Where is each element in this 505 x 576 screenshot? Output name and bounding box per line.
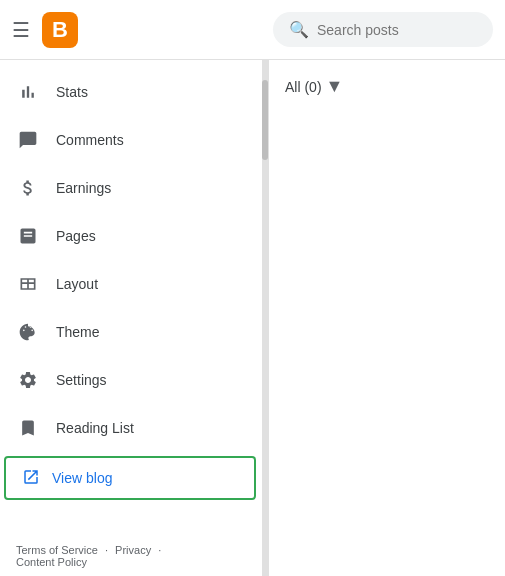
sidebar: Stats Comments Earnings [0, 60, 268, 576]
filter-label: All (0) [285, 79, 322, 95]
separator-1: · [105, 544, 108, 556]
sidebar-item-layout[interactable]: Layout [0, 260, 256, 308]
sidebar-item-stats[interactable]: Stats [0, 68, 256, 116]
sidebar-item-theme-label: Theme [56, 324, 100, 340]
dropdown-icon[interactable]: ▼ [326, 76, 344, 97]
sidebar-item-reading-list-label: Reading List [56, 420, 134, 436]
terms-link[interactable]: Terms of Service [16, 544, 98, 556]
sidebar-item-comments[interactable]: Comments [0, 116, 256, 164]
main-layout: Stats Comments Earnings [0, 60, 505, 576]
search-bar: 🔍 [273, 12, 493, 47]
hamburger-icon[interactable]: ☰ [12, 18, 30, 42]
settings-icon [16, 368, 40, 392]
earnings-icon [16, 176, 40, 200]
sidebar-item-pages-label: Pages [56, 228, 96, 244]
comments-icon [16, 128, 40, 152]
sidebar-item-earnings[interactable]: Earnings [0, 164, 256, 212]
external-link-icon [22, 468, 42, 488]
content-policy-link[interactable]: Content Policy [16, 556, 87, 568]
sidebar-item-stats-label: Stats [56, 84, 88, 100]
sidebar-item-comments-label: Comments [56, 132, 124, 148]
sidebar-item-reading-list[interactable]: Reading List [0, 404, 256, 452]
sidebar-item-layout-label: Layout [56, 276, 98, 292]
sidebar-item-theme[interactable]: Theme [0, 308, 256, 356]
footer-links: Terms of Service · Privacy · Content Pol… [0, 536, 268, 576]
sidebar-item-pages[interactable]: Pages [0, 212, 256, 260]
sidebar-item-settings[interactable]: Settings [0, 356, 256, 404]
theme-icon [16, 320, 40, 344]
header: ☰ B 🔍 [0, 0, 505, 60]
privacy-link[interactable]: Privacy [115, 544, 151, 556]
layout-icon [16, 272, 40, 296]
view-blog-button[interactable]: View blog [4, 456, 256, 500]
content-area: All (0) ▼ [268, 60, 505, 576]
reading-list-icon [16, 416, 40, 440]
search-input[interactable] [317, 22, 477, 38]
stats-icon [16, 80, 40, 104]
blogger-logo[interactable]: B [42, 12, 78, 48]
sidebar-item-settings-label: Settings [56, 372, 107, 388]
view-blog-label: View blog [52, 470, 112, 486]
filter-row: All (0) ▼ [285, 76, 489, 97]
search-icon: 🔍 [289, 20, 309, 39]
separator-2: · [158, 544, 161, 556]
pages-icon [16, 224, 40, 248]
sidebar-item-earnings-label: Earnings [56, 180, 111, 196]
